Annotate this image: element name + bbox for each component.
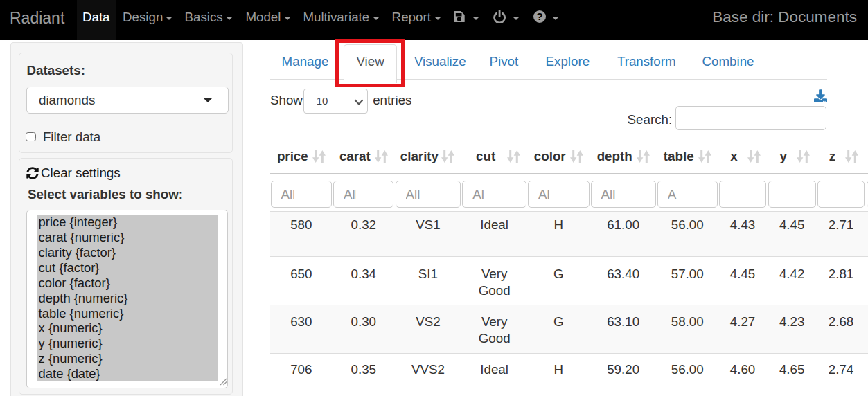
svg-text:?: ? — [536, 10, 542, 22]
